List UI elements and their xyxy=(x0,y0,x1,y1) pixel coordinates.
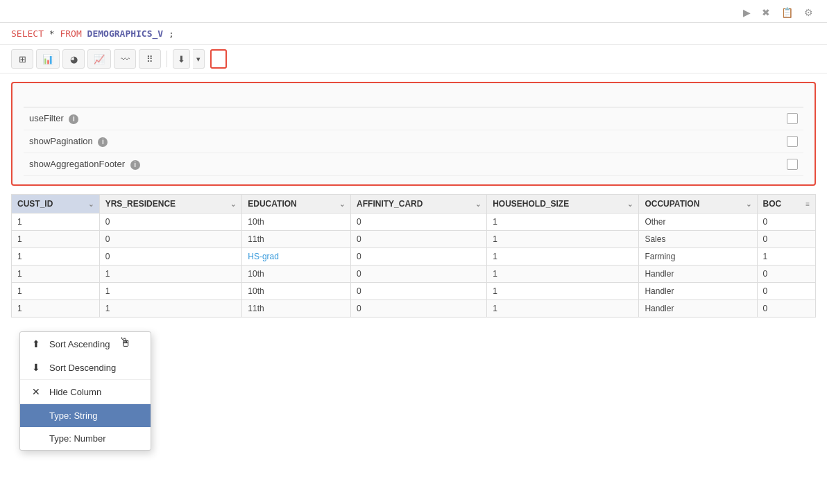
col-sort-icon[interactable]: ⌄ xyxy=(339,200,345,208)
col-header-occupation[interactable]: OCCUPATION ⌄ xyxy=(639,195,757,214)
option-checkbox[interactable] xyxy=(787,159,798,170)
col-header-boc[interactable]: BOC ≡ xyxy=(757,195,815,214)
sql-keyword: SELECT xyxy=(11,28,44,39)
col-label: AFFINITY_CARD xyxy=(357,199,423,209)
col-header-yrs_residence[interactable]: YRS_RESIDENCE ⌄ xyxy=(99,195,242,214)
code-sql: SELECT * FROM DEMOGRAPHICS_V ; xyxy=(11,28,816,39)
column-context-menu: ⬆ Sort Ascending ⬇ Sort Descending ✕ Hid… xyxy=(19,331,151,451)
cell-cust_id: 1 xyxy=(12,266,100,283)
dropdown-item-label: Hide Column xyxy=(49,387,101,397)
toolbar-separator xyxy=(167,51,167,67)
cell-education: 11th xyxy=(242,300,351,318)
cell-affinity_card: 0 xyxy=(351,283,487,300)
cell-yrs_residence: 1 xyxy=(99,283,242,300)
view-bar-btn[interactable]: 📊 xyxy=(36,49,60,69)
option-checkbox[interactable] xyxy=(787,136,798,147)
info-icon[interactable]: i xyxy=(98,137,108,147)
cell-education: 10th xyxy=(242,283,351,300)
dropdown-item-type--string[interactable]: Type: String xyxy=(20,404,151,427)
cell-cust_id: 1 xyxy=(12,300,100,318)
cell-affinity_card: 0 xyxy=(351,231,487,248)
page-header: ▶ ✖ 📋 ⚙ xyxy=(0,0,827,23)
cell-education: 10th xyxy=(242,266,351,283)
cell-education: 11th xyxy=(242,231,351,248)
col-sort-icon[interactable]: ⌄ xyxy=(627,200,633,208)
col-label: CUST_ID xyxy=(17,199,53,209)
col-sort-icon[interactable]: ≡ xyxy=(805,200,810,208)
col-header-household_size[interactable]: HOUSEHOLD_SIZE ⌄ xyxy=(487,195,639,214)
info-icon[interactable]: i xyxy=(130,160,140,170)
table-row: 1110th01Handler0 xyxy=(12,266,816,283)
col-label: HOUSEHOLD_SIZE xyxy=(493,199,569,209)
options-row: showPagination i xyxy=(24,130,803,153)
cell-cust_id: 1 xyxy=(12,283,100,300)
cell-yrs_residence: 1 xyxy=(99,266,242,283)
col-sort-icon[interactable]: ⌄ xyxy=(230,200,236,208)
cell-education: 10th xyxy=(242,214,351,231)
table-row: 1010th01Other0 xyxy=(12,214,816,231)
dropdown-item-sort-ascending[interactable]: ⬆ Sort Ascending xyxy=(20,332,151,356)
sql-semi: ; xyxy=(169,28,174,39)
option-name: useFilter i xyxy=(24,107,683,130)
stop-button[interactable]: ✖ xyxy=(759,6,773,19)
export-button[interactable]: 📋 xyxy=(778,6,796,19)
code-area: SELECT * FROM DEMOGRAPHICS_V ; xyxy=(0,23,827,45)
sql-table: DEMOGRAPHICS_V xyxy=(87,28,164,39)
table-row: 1011th01Sales0 xyxy=(12,231,816,248)
cell-boc: 0 xyxy=(757,300,815,318)
data-table: CUST_ID ⌄ YRS_RESIDENCE ⌄ EDUCATION ⌄ AF… xyxy=(11,194,816,318)
run-button[interactable]: ▶ xyxy=(740,6,753,19)
cell-affinity_card: 0 xyxy=(351,248,487,266)
option-checkbox[interactable] xyxy=(787,113,798,124)
cell-household_size: 1 xyxy=(487,266,639,283)
col-sort-icon[interactable]: ⌄ xyxy=(746,200,751,208)
option-name: showPagination i xyxy=(24,130,683,153)
cell-household_size: 1 xyxy=(487,300,639,318)
col-header-education[interactable]: EDUCATION ⌄ xyxy=(242,195,351,214)
table-options-panel: useFilter i showPagination i showAggrega… xyxy=(11,82,816,186)
download-caret-button[interactable]: ▾ xyxy=(193,49,205,69)
dropdown-item-label: Type: String xyxy=(49,410,97,421)
cell-affinity_card: 0 xyxy=(351,214,487,231)
dropdown-item-label: Type: Number xyxy=(49,433,106,444)
option-name: showAggregationFooter i xyxy=(24,153,683,176)
sql-keyword2: FROM xyxy=(60,28,81,39)
col-header-cust_id[interactable]: CUST_ID ⌄ xyxy=(12,195,100,214)
view-pie-btn[interactable]: ◕ xyxy=(62,49,85,69)
options-row: showAggregationFooter i xyxy=(24,153,803,176)
col-sort-icon[interactable]: ⌄ xyxy=(88,200,94,208)
cell-household_size: 1 xyxy=(487,283,639,300)
col-label: YRS_RESIDENCE xyxy=(105,199,176,209)
view-line-btn[interactable]: 📈 xyxy=(87,49,111,69)
view-area-btn[interactable]: 〰 xyxy=(114,49,136,69)
dropdown-item-sort-descending[interactable]: ⬇ Sort Descending xyxy=(20,356,151,379)
col-label: BOC xyxy=(763,199,782,209)
options-col-name xyxy=(24,98,683,107)
dropdown-item-hide-column[interactable]: ✕ Hide Column xyxy=(20,380,151,403)
dropdown-item-type--number[interactable]: Type: Number xyxy=(20,427,151,450)
options-row: useFilter i xyxy=(24,107,803,130)
data-table-container: CUST_ID ⌄ YRS_RESIDENCE ⌄ EDUCATION ⌄ AF… xyxy=(11,194,816,318)
info-icon[interactable]: i xyxy=(69,114,78,124)
table-row: 1111th01Handler0 xyxy=(12,300,816,318)
settings-button[interactable] xyxy=(210,49,227,69)
dropdown-item-label: Sort Descending xyxy=(49,363,116,373)
option-value-cell xyxy=(683,153,803,176)
cell-occupation: Farming xyxy=(639,248,757,266)
download-button[interactable]: ⬇ xyxy=(173,49,190,69)
cell-yrs_residence: 0 xyxy=(99,231,242,248)
cell-affinity_card: 0 xyxy=(351,266,487,283)
cell-occupation: Other xyxy=(639,214,757,231)
view-table-btn[interactable]: ⊞ xyxy=(11,49,33,69)
cell-boc: 1 xyxy=(757,248,815,266)
col-header-affinity_card[interactable]: AFFINITY_CARD ⌄ xyxy=(351,195,487,214)
cell-occupation: Handler xyxy=(639,266,757,283)
cell-yrs_residence: 0 xyxy=(99,248,242,266)
col-sort-icon[interactable]: ⌄ xyxy=(475,200,481,208)
settings-gear-button[interactable]: ⚙ xyxy=(801,6,816,19)
table-row: 1110th01Handler0 xyxy=(12,283,816,300)
cell-household_size: 1 xyxy=(487,214,639,231)
cell-boc: 0 xyxy=(757,266,815,283)
view-scatter-btn[interactable]: ⠿ xyxy=(139,49,161,69)
table-row: 10HS-grad01Farming1 xyxy=(12,248,816,266)
